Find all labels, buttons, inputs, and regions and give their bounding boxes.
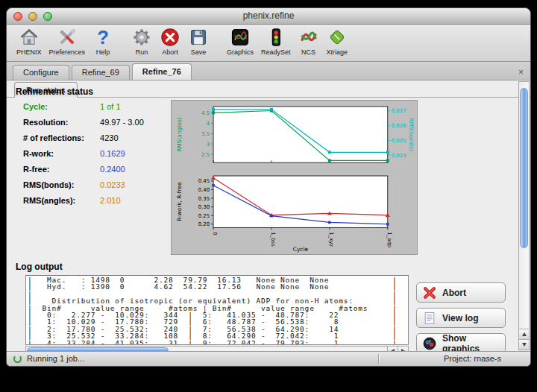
svg-text:0.25: 0.25 bbox=[198, 213, 210, 219]
main-vertical-scrollbar[interactable] bbox=[518, 81, 530, 350]
zoom-window-button[interactable] bbox=[43, 12, 52, 21]
svg-text:0.45: 0.45 bbox=[198, 178, 210, 184]
show-graphics-button[interactable]: Show graphics bbox=[416, 333, 506, 353]
toolbar-button-save[interactable]: Save bbox=[184, 27, 213, 56]
tools-icon bbox=[57, 27, 78, 48]
progress-spinner-icon bbox=[13, 355, 22, 363]
stat-rms-angles: RMS(angles): 2.010 bbox=[23, 196, 169, 212]
toolbar-button-ncs[interactable]: NCS bbox=[295, 27, 323, 56]
window-title: phenix.refine bbox=[7, 8, 530, 24]
abort-button-label: Abort bbox=[442, 288, 466, 298]
svg-text:0: 0 bbox=[212, 232, 218, 235]
toolbar-label-readyset: ReadySet bbox=[261, 48, 291, 56]
traffic-lights bbox=[13, 12, 52, 21]
tab-configure[interactable]: Configure bbox=[13, 65, 69, 80]
document-icon bbox=[422, 311, 437, 326]
phenix-refine-window: phenix.refine PHENIX Preferences ? Help bbox=[6, 7, 531, 367]
refinement-status-heading: Refinement status bbox=[16, 86, 93, 97]
scroll-down-button[interactable] bbox=[519, 339, 529, 350]
svg-text:4: 4 bbox=[207, 121, 210, 127]
stat-value: 4230 bbox=[100, 133, 118, 142]
toolbar-button-graphics[interactable]: Graphics bbox=[223, 27, 257, 56]
log-line: | 4: 33.284 - 41.035: 31 | 9: 72.042 - 7… bbox=[28, 340, 408, 345]
ncs-icon bbox=[298, 27, 319, 48]
toolbar-button-phenix[interactable]: PHENIX bbox=[13, 27, 45, 56]
svg-text:0.024: 0.024 bbox=[392, 153, 406, 159]
main-vertical-scrollbar-thumb[interactable] bbox=[520, 88, 528, 248]
minimize-window-button[interactable] bbox=[28, 12, 37, 21]
scroll-up-button[interactable] bbox=[519, 329, 529, 339]
stat-value: 1 of 1 bbox=[100, 102, 121, 111]
tab-close-icon[interactable]: × bbox=[518, 68, 524, 77]
toolbar-button-help[interactable]: ? Help bbox=[89, 27, 117, 56]
tab-refine-69[interactable]: Refine_69 bbox=[72, 65, 130, 80]
svg-text:0.35: 0.35 bbox=[198, 196, 210, 202]
toolbar-label-save: Save bbox=[191, 48, 207, 56]
svg-text:4.5: 4.5 bbox=[201, 110, 210, 116]
svg-text:1_adp: 1_adp bbox=[386, 232, 392, 248]
toolbar-label-graphics: Graphics bbox=[227, 48, 254, 56]
status-bar: Running 1 job... Project: rnase-s bbox=[7, 351, 530, 366]
home-icon bbox=[19, 27, 40, 48]
refinement-stats: Cycle: 1 of 1 Resolution: 49.97 - 3.00 #… bbox=[23, 102, 169, 212]
graphics-sphere-icon bbox=[422, 336, 437, 351]
svg-text:1_bss: 1_bss bbox=[270, 232, 276, 247]
close-window-button[interactable] bbox=[13, 12, 22, 21]
svg-text:0.30: 0.30 bbox=[198, 204, 210, 210]
stat-rms-bonds: RMS(bonds): 0.0233 bbox=[23, 180, 169, 196]
toolbar-label-abort: Abort bbox=[162, 48, 178, 56]
svg-text:RMS(angles): RMS(angles) bbox=[176, 117, 183, 152]
toolbar-button-xtriage[interactable]: Xtriage bbox=[323, 27, 352, 56]
tab-bar: Configure Refine_69 Refine_76 × bbox=[7, 62, 530, 80]
log-output-text[interactable]: | Mac. : 1498 0 2.28 79.79 16.13 None No… bbox=[25, 275, 409, 345]
svg-text:RMS(bonds): RMS(bonds) bbox=[408, 118, 415, 151]
statusbar-divider bbox=[378, 354, 379, 364]
svg-text:3.5: 3.5 bbox=[201, 131, 210, 137]
refinement-chart: 2.533.544.50.0240.0250.0260.027RMS(angle… bbox=[172, 101, 417, 254]
stat-value: 49.97 - 3.00 bbox=[100, 118, 144, 127]
toolbar-label-phenix: PHENIX bbox=[16, 48, 42, 56]
stat-label: RMS(bonds): bbox=[23, 180, 98, 189]
xtriage-icon bbox=[327, 27, 348, 48]
help-icon: ? bbox=[92, 27, 113, 48]
stat-label: Cycle: bbox=[23, 102, 98, 111]
abort-button[interactable]: Abort bbox=[416, 282, 506, 303]
stat-value: 0.2400 bbox=[100, 165, 125, 174]
toolbar: PHENIX Preferences ? Help Run Abort bbox=[7, 25, 530, 62]
view-log-button[interactable]: View log bbox=[416, 308, 506, 328]
abort-x-icon bbox=[422, 285, 437, 300]
project-label: Project: rnase-s bbox=[444, 352, 501, 366]
svg-text:2.5: 2.5 bbox=[201, 152, 210, 158]
arrow-down-icon bbox=[522, 343, 527, 347]
toolbar-label-ncs: NCS bbox=[301, 48, 315, 56]
graphics-icon bbox=[230, 27, 251, 48]
toolbar-label-run: Run bbox=[136, 48, 148, 56]
toolbar-button-run[interactable]: Run bbox=[128, 27, 156, 56]
stat-resolution: Resolution: 49.97 - 3.00 bbox=[23, 118, 169, 133]
toolbar-label-preferences: Preferences bbox=[49, 48, 86, 56]
stat-label: # of reflections: bbox=[23, 133, 98, 142]
toolbar-button-preferences[interactable]: Preferences bbox=[45, 27, 90, 56]
arrow-up-icon bbox=[522, 332, 527, 336]
save-icon bbox=[188, 27, 209, 48]
stat-value: 0.0233 bbox=[100, 180, 125, 189]
toolbar-button-readyset[interactable]: ReadySet bbox=[257, 27, 295, 56]
stat-label: RMS(angles): bbox=[23, 196, 98, 205]
tab-refine-76[interactable]: Refine_76 bbox=[132, 63, 192, 80]
titlebar[interactable]: phenix.refine bbox=[7, 8, 530, 25]
stat-value: 2.010 bbox=[100, 196, 121, 205]
content-area: Run status Refinement status Cycle: 1 of… bbox=[7, 80, 530, 351]
svg-text:Cycle: Cycle bbox=[293, 246, 309, 253]
toolbar-label-xtriage: Xtriage bbox=[327, 48, 348, 56]
stat-label: Resolution: bbox=[23, 118, 98, 127]
traffic-light-icon bbox=[266, 27, 286, 48]
toolbar-button-abort[interactable]: Abort bbox=[156, 27, 184, 56]
svg-text:0.025: 0.025 bbox=[392, 138, 406, 144]
stat-cycle: Cycle: 1 of 1 bbox=[23, 102, 169, 118]
view-log-button-label: View log bbox=[442, 313, 478, 323]
svg-text:0.40: 0.40 bbox=[198, 187, 210, 193]
toolbar-label-help: Help bbox=[96, 48, 110, 56]
svg-text:0.026: 0.026 bbox=[392, 123, 406, 129]
stat-label: R-work: bbox=[23, 149, 98, 158]
stat-label: R-free: bbox=[23, 165, 98, 174]
